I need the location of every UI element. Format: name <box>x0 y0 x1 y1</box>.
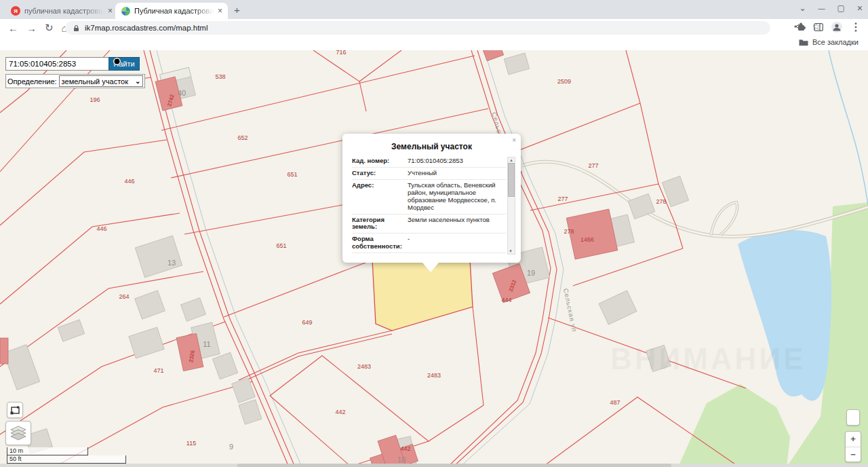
browser-menu-dots-icon[interactable]: ⋮ <box>850 20 861 33</box>
url-text: ik7map.roscadastres.com/map.html <box>85 24 208 32</box>
parcel-info-popup: × Земельный участок Кад. номер:71:05:010… <box>342 134 521 263</box>
scale-metric: 10 m <box>7 447 88 455</box>
popup-attribute-row: Форма собственности:- <box>352 233 506 253</box>
popup-scrollbar[interactable]: ▲ ▼ <box>507 157 515 255</box>
attribute-value: Тульская область, Веневский район, муниц… <box>408 182 506 212</box>
parcel-number-label: 487 <box>610 399 620 406</box>
tab-close-icon[interactable]: × <box>108 6 113 16</box>
folder-icon <box>799 39 808 46</box>
building-number-label: 10 <box>397 455 406 464</box>
new-tab-button[interactable]: + <box>234 4 240 16</box>
scroll-up-icon[interactable]: ▲ <box>509 158 513 162</box>
tab-active[interactable]: Публичная кадастровая ка × <box>115 3 228 19</box>
parcel-number-label: 2483 <box>427 372 441 379</box>
parcel-number-label: 196 <box>90 96 100 103</box>
zoom-in-button[interactable]: + <box>846 432 861 447</box>
tab-title: Публичная кадастровая ка <box>134 7 214 15</box>
building-number-label: 11 <box>203 340 210 348</box>
layers-icon <box>10 426 26 441</box>
lock-icon <box>73 24 79 32</box>
definition-select[interactable]: земельный участок ⌄ <box>59 75 144 87</box>
zoom-out-button[interactable]: − <box>846 447 861 462</box>
building-number-label: 9 <box>229 443 233 451</box>
horizontal-scrollbar[interactable] <box>0 464 868 467</box>
definition-label: Определение: <box>7 77 57 86</box>
popup-close-icon[interactable]: × <box>512 136 516 144</box>
attribute-value: 670472.46 руб <box>408 255 450 256</box>
minimize-button[interactable]: — <box>818 5 825 12</box>
tab-strip: Я публичная кадастровая ка × Публичная к… <box>0 0 868 19</box>
extensions-puzzle-icon[interactable] <box>797 22 806 31</box>
popup-scrollbar-thumb[interactable] <box>508 163 515 197</box>
mouse-cursor <box>113 58 121 65</box>
layers-button[interactable] <box>5 421 31 445</box>
parcel-number-label: 442 <box>335 409 345 415</box>
parcel-number-label: 538 <box>215 73 225 80</box>
parcel-number-label: 278 <box>656 198 666 205</box>
search-input[interactable] <box>5 57 111 71</box>
parcel-number-label: 442 <box>400 445 410 452</box>
all-bookmarks-button[interactable]: Все закладки <box>799 38 859 46</box>
zoom-control: + − <box>845 431 861 462</box>
building-number-label: 40 <box>178 89 186 97</box>
horizontal-scrollbar-thumb[interactable] <box>237 464 671 467</box>
parcel-number-label: 115 <box>186 440 196 447</box>
browser-menu-chevron-icon[interactable]: ⌄ <box>799 3 806 13</box>
popup-attribute-row: Статус:Учтенный <box>352 167 506 179</box>
back-icon[interactable]: ← <box>8 22 18 34</box>
parcel-number-label: 264 <box>119 293 129 300</box>
attribute-label: Кадастровая стоимость: <box>352 255 408 256</box>
parcel-number-label: 649 <box>302 319 312 326</box>
parcel-number-label: 278 <box>564 228 574 235</box>
close-button[interactable]: × <box>857 3 863 14</box>
parcel-number-label: 471 <box>153 367 163 374</box>
side-panel-icon[interactable] <box>814 23 823 31</box>
parcel-number-label: 716 <box>336 50 346 56</box>
attribute-label: Статус: <box>352 170 408 177</box>
forward-icon[interactable]: → <box>26 22 37 34</box>
attribute-value: 71:05:010405:2853 <box>408 157 463 165</box>
attribute-label: Кад. номер: <box>352 157 408 165</box>
map-favicon-icon <box>121 6 130 16</box>
popup-attribute-row: Кадастровая стоимость:670472.46 руб <box>352 253 506 256</box>
yandex-favicon-icon: Я <box>11 6 20 16</box>
definition-row: Определение: земельный участок ⌄ <box>5 74 145 88</box>
all-bookmarks-label: Все закладки <box>812 38 859 46</box>
building-number-label: 19 <box>527 269 535 277</box>
popup-attributes-table: Кад. номер:71:05:010405:2853Статус:Учтен… <box>352 155 506 256</box>
attribute-value: Земли населенных пунктов <box>408 217 490 231</box>
tab-inactive[interactable]: Я публичная кадастровая ка × <box>5 3 118 19</box>
attribute-label: Категория земель: <box>352 217 408 231</box>
parcel-number-label: 2483 <box>357 363 371 370</box>
popup-attribute-row: Адрес:Тульская область, Веневский район,… <box>352 179 506 214</box>
parcel-number-label: 651 <box>276 242 286 249</box>
blank-map-button[interactable] <box>846 409 860 426</box>
parcel-number-label: 2509 <box>557 78 571 85</box>
parcel-number-label: 446 <box>124 178 134 185</box>
attribute-value: Учтенный <box>408 170 437 177</box>
cadastral-map[interactable]: ВНИМАНИЕ 7165382509196652277651446277278… <box>0 50 868 467</box>
attribute-label: Адрес: <box>352 182 408 212</box>
watermark: ВНИМАНИЕ <box>610 342 827 376</box>
tab-title: публичная кадастровая ка <box>24 7 104 15</box>
parcel-number-label: 651 <box>287 171 297 178</box>
definition-selected-value: земельный участок <box>62 77 128 86</box>
popup-attribute-row: Категория земель:Земли населенных пункто… <box>352 214 506 234</box>
url-bar[interactable]: ik7map.roscadastres.com/map.html <box>65 21 770 35</box>
chevron-down-icon: ⌄ <box>135 77 140 85</box>
parcel-number-label: 652 <box>237 134 248 141</box>
popup-callout-tail <box>422 263 439 272</box>
tab-close-icon[interactable]: × <box>218 6 222 16</box>
parcel-number-label: 444 <box>501 297 511 303</box>
parcel-number-label: 446 <box>96 225 106 232</box>
profile-avatar-icon[interactable] <box>831 22 842 33</box>
reload-icon[interactable]: ↻ <box>45 22 54 34</box>
attribute-label: Форма собственности: <box>352 236 408 250</box>
maximize-button[interactable]: ▢ <box>837 3 844 13</box>
scale-imperial: 50 ft <box>7 455 126 464</box>
scroll-down-icon[interactable]: ▼ <box>509 248 513 254</box>
bookmarks-bar: Все закладки <box>0 37 868 51</box>
popup-attribute-row: Кад. номер:71:05:010405:2853 <box>352 155 506 167</box>
measure-extent-button[interactable] <box>7 402 23 418</box>
parcel-number-label: 277 <box>557 195 568 202</box>
